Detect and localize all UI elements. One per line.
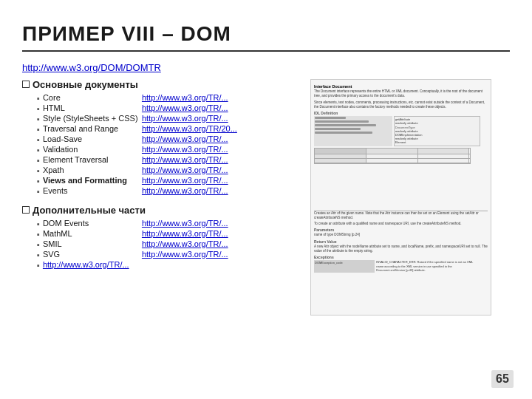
item-name: Element Traversal [43,155,139,164]
item-link[interactable]: http://www.w3.org/TR/20... [142,124,237,133]
item-link[interactable]: http://www.w3.org/TR/... [142,219,228,228]
item-link[interactable]: http://www.w3.org/TR/... [142,176,228,185]
list-item: ▪ http://www.w3.org/TR/... [37,260,303,270]
doc-heading: Interface Document [314,84,488,89]
list-item: ▪ MathML http://www.w3.org/TR/... [37,229,303,239]
item-link[interactable]: http://www.w3.org/TR/... [142,134,228,143]
item-name: SVG [43,250,139,259]
list-item: ▪ Validation http://www.w3.org/TR/... [37,145,303,154]
section-bullet-1 [22,81,30,88]
item-name: MathML [43,229,139,238]
doc-image-top: Interface Document The Document interfac… [314,83,488,209]
item-name: Xpath [43,166,139,174]
doc-line [315,120,369,123]
section-bullet-2 [22,206,30,214]
document-preview: Interface Document The Document interfac… [310,79,491,316]
doc-subheading-return: Return Value [314,239,488,244]
list-item: ▪ SMIL http://www.w3.org/TR/... [37,239,303,249]
doc-text-3: Creates an Attr of the given name. Note … [314,211,488,221]
list-item: ▪ Events http://www.w3.org/TR/... [37,186,303,196]
item-name: HTML [43,103,139,112]
list-item: ▪ Xpath http://www.w3.org/TR/... [37,166,303,175]
item-name: Traversal and Range [43,124,139,133]
section-additional-docs: Дополнительные части ▪ DOM Events http:/… [22,205,303,270]
dot-bullet: ▪ [37,250,40,259]
list-item: ▪ Style (StyleSheets + CSS) http://www.w… [37,114,303,123]
dot-bullet: ▪ [37,187,40,196]
item-name: SMIL [43,239,139,248]
dot-bullet: ▪ [37,104,40,113]
dot-bullet: ▪ [37,240,40,249]
dot-bullet: ▪ [37,166,40,175]
additional-docs-list: ▪ DOM Events http://www.w3.org/TR/... ▪ … [37,219,303,270]
right-panel: Interface Document The Document interfac… [310,79,510,316]
section-title-2: Дополнительные части [33,205,146,216]
list-item: ▪ Element Traversal http://www.w3.org/TR… [37,155,303,165]
item-name: Validation [43,145,139,154]
item-link[interactable]: http://www.w3.org/TR/... [142,186,228,195]
item-name: Style (StyleSheets + CSS) [43,114,139,123]
list-item: ▪ DOM Events http://www.w3.org/TR/... [37,219,303,228]
item-link[interactable]: http://www.w3.org/TR/... [142,155,228,164]
item-name: Core [43,93,139,102]
dot-bullet: ▪ [37,177,40,185]
item-name-highlighted: Views and Formatting [43,176,139,185]
main-docs-list: ▪ Core http://www.w3.org/TR/... ▪ HTML h… [37,93,303,196]
section-header-1: Основные документы [22,79,303,90]
dot-bullet: ▪ [37,261,40,270]
list-item: ▪ SVG http://www.w3.org/TR/... [37,250,303,259]
item-link[interactable]: http://www.w3.org/TR/... [142,239,228,248]
main-link[interactable]: http://www.w3.org/DOM/DOMTR [22,62,510,73]
item-name: DOM Events [43,219,139,228]
item-link[interactable]: http://www.w3.org/TR/... [142,145,228,154]
dot-bullet: ▪ [37,219,40,228]
doc-image-bottom: Creates an Attr of the given name. Note … [314,211,488,314]
doc-subheading-idl: IDL Definition [314,111,488,115]
doc-line [315,117,346,119]
slide-title: ПРИМЕР VIII – DOM [22,22,510,52]
item-link[interactable]: http://www.w3.org/TR/... [142,114,228,123]
dot-bullet: ▪ [37,146,40,154]
section-header-2: Дополнительные части [22,205,303,216]
section-title-1: Основные документы [33,79,138,90]
item-link[interactable]: http://www.w3.org/TR/... [142,166,228,174]
doc-subheading-exceptions: Exceptions [314,255,488,259]
doc-subheading-params: Parameters [314,228,488,232]
doc-text-5: name of type DOMString [p.24] [314,233,488,237]
item-link[interactable]: http://www.w3.org/TR/... [142,103,228,112]
dot-bullet: ▪ [37,94,40,103]
section-main-docs: Основные документы ▪ Core http://www.w3.… [22,79,303,196]
item-name: Events [43,186,139,195]
doc-text-4: To create an attribute with a qualified … [314,222,488,226]
item-link[interactable]: http://www.w3.org/TR/... [43,260,129,269]
page-number: 65 [491,370,514,388]
list-item: ▪ Traversal and Range http://www.w3.org/… [37,124,303,134]
dot-bullet: ▪ [37,135,40,144]
list-item: ▪ Views and Formatting http://www.w3.org… [37,176,303,185]
dot-bullet: ▪ [37,230,40,239]
doc-line [315,132,372,134]
item-link[interactable]: http://www.w3.org/TR/... [142,229,228,238]
doc-text-6: A new Attr object with the nodeName attr… [314,245,488,254]
doc-text-1: The Document interface represents the en… [314,89,488,99]
left-panel: Основные документы ▪ Core http://www.w3.… [22,79,303,316]
list-item: ▪ Load-Save http://www.w3.org/TR/... [37,134,303,144]
slide: ПРИМЕР VIII – DOM http://www.w3.org/DOM/… [0,0,532,399]
list-item: ▪ HTML http://www.w3.org/TR/... [37,103,303,113]
dot-bullet: ▪ [37,125,40,134]
item-name: Load-Save [43,134,139,143]
doc-line [315,128,361,130]
item-link[interactable]: http://www.w3.org/TR/... [142,93,228,102]
dot-bullet: ▪ [37,115,40,123]
doc-line [315,124,376,126]
list-item: ▪ Core http://www.w3.org/TR/... [37,93,303,103]
item-link[interactable]: http://www.w3.org/TR/... [142,250,228,259]
dot-bullet: ▪ [37,156,40,165]
doc-table [314,148,471,164]
content-area: Основные документы ▪ Core http://www.w3.… [22,79,510,316]
doc-text-2: Since elements, text nodes, comments, pr… [314,100,488,110]
